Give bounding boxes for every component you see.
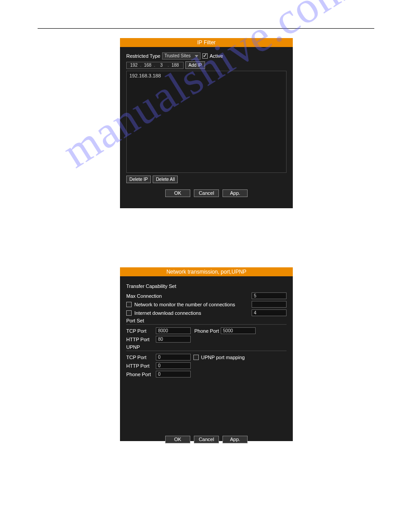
tcp-port-label: TCP Port — [126, 328, 156, 334]
ip-entry-row: 192 . 168 . 3 . 188 Add IP — [126, 61, 287, 69]
upnp-http-label: HTTP Port — [126, 363, 156, 369]
upnp-mapping-checkbox[interactable] — [193, 355, 199, 360]
network-body: Transfer Capability Set Max Connection 5… — [120, 276, 293, 448]
upnp-phone-input[interactable]: 0 — [156, 371, 191, 378]
ip-octet-2: 3 — [156, 63, 167, 68]
app-button[interactable]: App. — [223, 189, 248, 197]
upnp-mapping-group: UPNP port mapping — [193, 355, 245, 360]
upnp-tcp-row: TCP Port 0 UPNP port mapping — [126, 354, 287, 360]
upnp-tcp-input[interactable]: 0 — [156, 354, 191, 360]
upnp-phone-row: Phone Port 0 — [126, 371, 287, 378]
network-footer: OK Cancel App. — [126, 436, 287, 443]
upnp-http-row: HTTP Port 0 — [126, 362, 287, 369]
max-connection-row: Max Connection 5 — [126, 292, 287, 299]
download-connections-row: Internet download connections 4 — [126, 309, 287, 316]
ip-dot: . — [168, 63, 169, 68]
upnp-title: UPNP — [126, 344, 287, 351]
ip-list[interactable]: 192.168.3.188 — [126, 71, 287, 173]
ip-octet-1: 168 — [142, 63, 153, 68]
upnp-phone-label: Phone Port — [126, 372, 156, 377]
delete-all-button[interactable]: Delete All — [153, 176, 178, 183]
cancel-button[interactable]: Cancel — [194, 436, 219, 443]
max-connection-label: Max Connection — [126, 293, 162, 299]
max-connection-input[interactable]: 5 — [252, 292, 287, 299]
upnp-mapping-label: UPNP port mapping — [201, 355, 245, 360]
tcp-port-input[interactable]: 8000 — [156, 327, 191, 334]
download-input[interactable]: 4 — [252, 309, 287, 316]
active-checkbox[interactable] — [202, 53, 208, 59]
active-label: Active — [210, 53, 223, 59]
network-title: Network transmission, port,UPNP — [120, 267, 293, 276]
download-checkbox[interactable] — [126, 310, 132, 316]
phone-port-label: Phone Port — [194, 328, 219, 334]
port-set-title: Port Set — [126, 318, 287, 325]
restricted-type-row: Restricted Type Trusted Sites Active — [126, 52, 287, 60]
ip-filter-title: IP Filter — [120, 38, 293, 47]
restricted-type-value: Trusted Sites — [164, 53, 191, 58]
ip-address-input[interactable]: 192 . 168 . 3 . 188 — [126, 62, 184, 69]
upnp-tcp-label: TCP Port — [126, 355, 156, 360]
cancel-button[interactable]: Cancel — [194, 189, 219, 197]
ip-list-actions: Delete IP Delete All — [126, 176, 287, 183]
transfer-section-title: Transfer Capability Set — [126, 283, 287, 290]
phone-port-input[interactable]: 5000 — [221, 327, 256, 334]
ip-filter-panel: IP Filter Restricted Type Trusted Sites … — [120, 38, 293, 208]
http-port-label: HTTP Port — [126, 337, 156, 342]
monitor-input[interactable] — [252, 301, 287, 308]
ip-dot: . — [140, 63, 141, 68]
monitor-label: Network to monitor the number of connect… — [134, 302, 235, 307]
http-port-row: HTTP Port 80 — [126, 336, 287, 343]
app-button[interactable]: App. — [223, 436, 248, 443]
ip-octet-0: 192 — [128, 63, 139, 68]
network-panel: Network transmission, port,UPNP Transfer… — [120, 267, 293, 441]
delete-ip-button[interactable]: Delete IP — [126, 176, 151, 183]
ip-octet-3: 188 — [170, 63, 180, 68]
ok-button[interactable]: OK — [165, 436, 190, 443]
upnp-http-input[interactable]: 0 — [156, 362, 191, 369]
restricted-type-label: Restricted Type — [126, 53, 160, 59]
ip-dot: . — [154, 63, 155, 68]
monitor-checkbox[interactable] — [126, 302, 132, 307]
restricted-type-select[interactable]: Trusted Sites — [162, 52, 201, 60]
transfer-section: Max Connection 5 Network to monitor the … — [126, 292, 287, 316]
list-item[interactable]: 192.168.3.188 — [129, 73, 283, 78]
download-label: Internet download connections — [134, 310, 201, 316]
http-port-input[interactable]: 80 — [156, 336, 191, 343]
ip-filter-footer: OK Cancel App. — [126, 189, 287, 197]
monitor-connections-row: Network to monitor the number of connect… — [126, 301, 287, 308]
add-ip-button[interactable]: Add IP — [185, 61, 205, 69]
page-rule — [38, 28, 374, 29]
tcp-port-row: TCP Port 8000 Phone Port 5000 — [126, 327, 287, 334]
ip-filter-body: Restricted Type Trusted Sites Active 192… — [120, 47, 293, 202]
ok-button[interactable]: OK — [165, 189, 190, 197]
